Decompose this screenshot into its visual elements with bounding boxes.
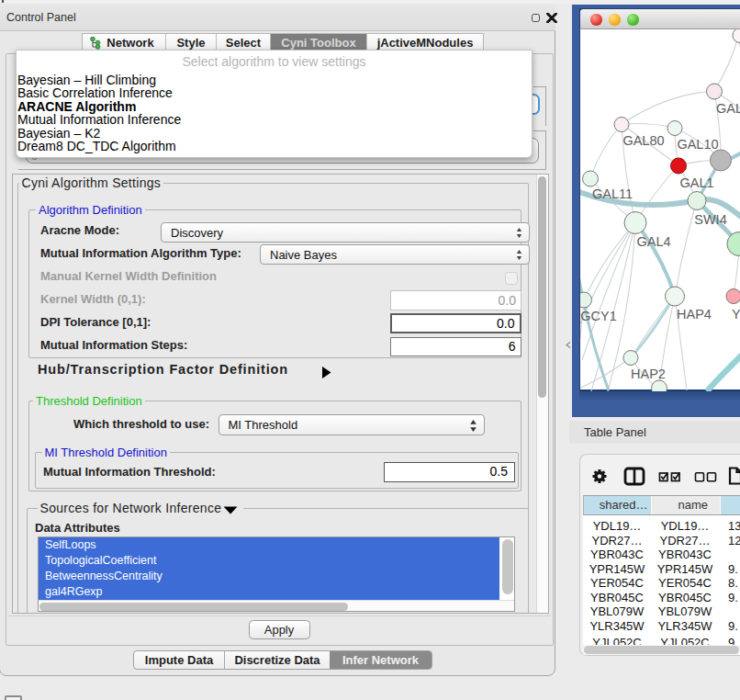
svg-text:GAL80: GAL80 (622, 133, 664, 148)
svg-text:GAL2: GAL2 (716, 101, 740, 116)
svg-text:HAP2: HAP2 (631, 367, 666, 381)
svg-text:HAP4: HAP4 (677, 307, 712, 322)
svg-text:GAL10: GAL10 (677, 137, 718, 152)
svg-text:GAL11: GAL11 (592, 186, 633, 201)
svg-text:GAL1: GAL1 (679, 175, 713, 190)
svg-text:Y: Y (732, 307, 740, 322)
svg-text:GCY1: GCY1 (580, 309, 617, 323)
svg-text:GAL4: GAL4 (636, 234, 670, 249)
svg-text:SWI4: SWI4 (694, 212, 726, 227)
